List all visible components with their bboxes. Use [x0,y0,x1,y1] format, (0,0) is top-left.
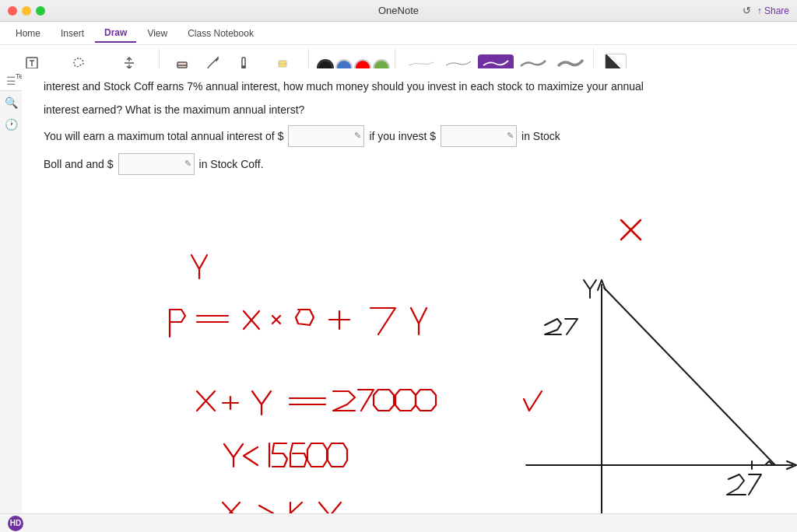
window-controls[interactable] [8,6,45,16]
close-button[interactable] [8,6,17,16]
svg-line-8 [209,59,216,67]
sidebar-history-icon[interactable]: 🕐 [5,118,18,131]
status-bar: HD [0,513,797,532]
tab-class-notebook[interactable]: Class Notebook [178,25,263,42]
ribbon-tabs: Home Insert Draw View Class Notebook [0,22,797,45]
handwriting-canvas [22,68,797,532]
svg-rect-10 [242,58,245,67]
tab-view[interactable]: View [138,25,177,42]
app-title: OneNote [378,5,419,16]
avatar: HD [8,516,23,531]
share-button[interactable]: ↑ Share [757,5,789,16]
content-area: interest and Stock Coff earns 7% annual … [22,68,797,532]
left-sidebar: ☰ 🔍 🕐 [0,68,22,137]
sidebar-search-icon[interactable]: 🔍 [5,96,18,109]
tab-home[interactable]: Home [6,25,50,42]
maximize-button[interactable] [36,6,45,16]
tab-insert[interactable]: Insert [51,25,93,42]
titlebar: OneNote ↺ ↑ Share [0,0,797,22]
minimize-button[interactable] [22,6,31,16]
tab-draw[interactable]: Draw [95,24,136,43]
titlebar-right-icons: ↺ ↑ Share [743,5,789,16]
refresh-icon[interactable]: ↺ [743,5,751,16]
sidebar-notebook-icon[interactable]: ☰ [6,75,16,87]
